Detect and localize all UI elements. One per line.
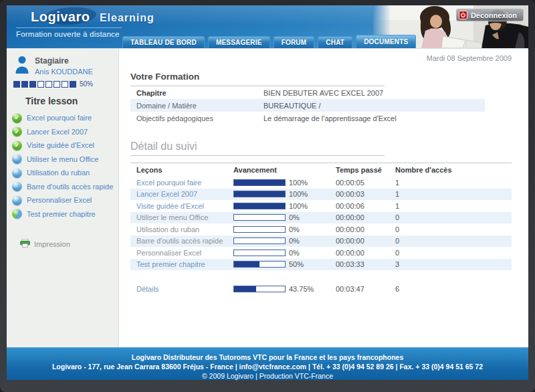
progress-segment-filled <box>29 81 36 88</box>
suivi-row: Barre d'outils accès rapide0%00:00:000 <box>130 235 512 248</box>
logo: Logivaro Elearning Formation ouverte à d… <box>16 9 154 38</box>
field-label: Chapitre <box>136 89 263 97</box>
power-icon <box>459 11 467 19</box>
suivi-row: Test premier chapitre50%00:03:333 <box>130 259 512 271</box>
circle-icon <box>12 154 22 164</box>
progress-squares: 50% <box>13 80 118 88</box>
progress-percent: 100% <box>289 179 308 187</box>
check-circle-icon <box>12 113 22 123</box>
field-label: Domaine / Matière <box>136 102 263 110</box>
tab-tableau-de-bord[interactable]: TABLEAU DE BORD <box>122 36 205 48</box>
progress-bar-cell: 0% <box>233 213 336 221</box>
lesson-label: Barre d'outils accès rapide <box>27 183 113 191</box>
progress-percent-label: 50% <box>80 80 93 88</box>
lesson-label: Utiliser le menu Office <box>27 155 98 163</box>
half-complete-icon <box>12 209 22 219</box>
sidebar-item-barre-d-outils-acces-rapide[interactable]: Barre d'outils accès rapide <box>7 180 118 194</box>
suivi-row: Lancer Excel 2007100%00:00:031 <box>130 189 512 201</box>
check-circle-icon <box>12 140 22 151</box>
progress-bar-cell: 100% <box>233 202 336 210</box>
progress-bar-fill <box>234 262 259 267</box>
page: Logivaro Elearning Formation ouverte à d… <box>7 5 528 380</box>
user-block: Stagiaire Anis KOUDDANE <box>7 56 118 76</box>
suivi-rows: Excel pourquoi faire100%00:00:051Lancer … <box>130 177 512 270</box>
check-circle-icon <box>12 126 22 136</box>
suivi-row: Utilisation du ruban0%00:00:000 <box>130 223 512 235</box>
tab-forum[interactable]: FORUM <box>274 36 315 48</box>
progress-percent: 100% <box>289 190 308 198</box>
progress-bar-fill <box>234 191 285 197</box>
logo-divider <box>16 27 122 28</box>
formation-row: Domaine / Matière BUREAUTIQUE / <box>130 99 485 112</box>
formation-row: Chapitre BIEN DEBUTER AVEC EXCEL 2007 <box>130 86 485 99</box>
time-value: 00:00:00 <box>336 225 395 233</box>
progress-bar-cell: 0% <box>233 249 336 257</box>
sidebar-item-visite-guidee-d-excel[interactable]: Visite guidée d'Excel <box>7 138 118 153</box>
formation-title: Votre Formation <box>130 72 385 86</box>
progress-bar <box>233 179 286 186</box>
nav-tabs: TABLEAU DE BORDMESSAGERIEFORUMCHATDOCUME… <box>122 35 416 48</box>
lesson-label: Barre d'outils accès rapide <box>136 237 233 245</box>
progress-percent: 43.75% <box>289 285 314 293</box>
lesson-label: Utilisation du ruban <box>136 225 233 233</box>
access-count: 1 <box>395 179 518 187</box>
sidebar-item-test-premier-chapitre[interactable]: Test premier chapitre <box>7 207 118 221</box>
print-button[interactable]: Impression <box>20 238 118 250</box>
sidebar-item-lancer-excel-2007[interactable]: Lancer Excel 2007 <box>7 125 118 139</box>
tab-documents[interactable]: DOCUMENTS <box>356 35 416 48</box>
formation-table: Chapitre BIEN DEBUTER AVEC EXCEL 2007 Do… <box>130 86 485 124</box>
progress-bar-cell: 100% <box>233 179 336 187</box>
lesson-label: Utiliser le menu Office <box>136 213 233 221</box>
progress-segment-filled <box>13 81 20 88</box>
progress-bar-fill <box>234 180 285 185</box>
column-header: Temps passé <box>336 166 395 174</box>
print-label: Impression <box>34 240 70 248</box>
formation-row: Objectifs pédagogiques Le démarrage de l… <box>130 112 485 124</box>
field-value: Le démarrage de l'apprentissage d'Excel <box>263 114 485 122</box>
date-label: Mardi 08 Septembre 2009 <box>130 54 512 62</box>
progress-percent: 0% <box>289 225 300 233</box>
tab-chat[interactable]: CHAT <box>318 36 352 48</box>
role-label: Stagiaire <box>35 56 93 66</box>
progress-bar <box>233 226 286 233</box>
progress-percent: 50% <box>289 260 304 268</box>
sidebar-item-utiliser-le-menu-office[interactable]: Utiliser le menu Office <box>7 153 118 167</box>
printer-icon <box>20 238 30 250</box>
field-value: BUREAUTIQUE / <box>263 102 485 110</box>
tab-messagerie[interactable]: MESSAGERIE <box>208 36 270 48</box>
time-value: 00:03:47 <box>336 285 395 293</box>
column-header: Nombre d'accès <box>395 166 518 174</box>
sidebar-item-utilisation-du-ruban[interactable]: Utilisation du ruban <box>7 166 118 180</box>
lesson-link[interactable]: Excel pourquoi faire <box>136 179 233 187</box>
lesson-link[interactable]: Visite guidée d'Excel <box>136 202 233 210</box>
progress-segment-empty <box>37 81 44 88</box>
time-value: 00:00:05 <box>336 179 395 187</box>
progress-percent: 0% <box>289 237 300 245</box>
lesson-label: Visite guidée d'Excel <box>27 141 94 149</box>
progress-bar <box>233 191 286 197</box>
lesson-label: Utilisation du ruban <box>27 169 90 177</box>
logout-label: Déconnexion <box>471 11 517 19</box>
logo-elearning: Elearning <box>100 12 154 23</box>
field-label: Objectifs pédagogiques <box>136 114 263 122</box>
time-value: 00:00:06 <box>336 202 395 210</box>
lesson-list: Excel pourquoi faireLancer Excel 2007Vis… <box>7 111 118 221</box>
suivi-table: Leçons Avancement Temps passé Nombre d'a… <box>130 163 512 295</box>
details-link[interactable]: Détails <box>136 285 233 293</box>
progress-bar-cell: 100% <box>233 190 336 198</box>
header: Logivaro Elearning Formation ouverte à d… <box>7 5 528 48</box>
suivi-row: Personnaliser Excel0%00:00:000 <box>130 247 512 259</box>
lesson-link[interactable]: Test premier chapitre <box>136 260 233 268</box>
lesson-label: Personnaliser Excel <box>27 196 92 204</box>
field-value: BIEN DEBUTER AVEC EXCEL 2007 <box>263 89 485 97</box>
sidebar-item-excel-pourquoi-faire[interactable]: Excel pourquoi faire <box>7 111 118 125</box>
progress-segment-empty <box>54 81 60 88</box>
main-content: Mardi 08 Septembre 2009 Votre Formation … <box>119 49 528 347</box>
lesson-link[interactable]: Lancer Excel 2007 <box>136 190 233 198</box>
sidebar-item-personnaliser-excel[interactable]: Personnaliser Excel <box>7 193 118 207</box>
progress-segment-empty <box>62 81 68 88</box>
progress-bar-cell: 0% <box>233 225 336 233</box>
progress-segment-filled <box>21 81 28 88</box>
logout-button[interactable]: Déconnexion <box>456 9 524 21</box>
time-value: 00:00:00 <box>336 249 395 257</box>
